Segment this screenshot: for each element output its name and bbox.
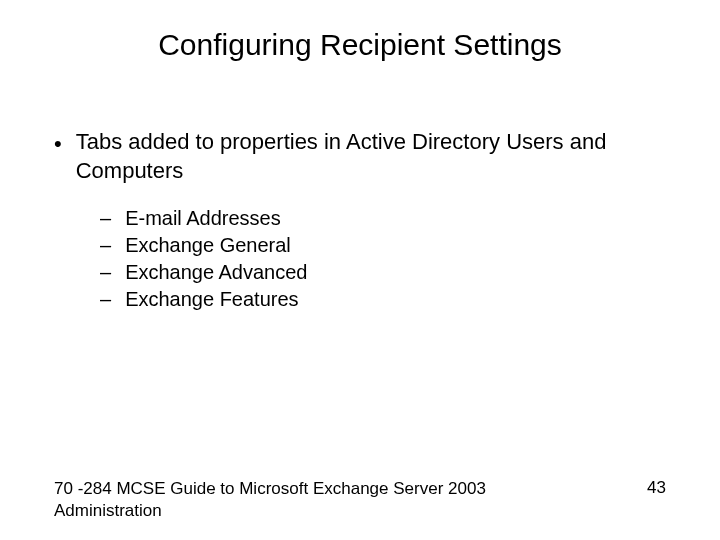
footer: 70 -284 MCSE Guide to Microsoft Exchange… xyxy=(54,478,666,522)
slide-title: Configuring Recipient Settings xyxy=(0,0,720,72)
footer-source: 70 -284 MCSE Guide to Microsoft Exchange… xyxy=(54,478,494,522)
sub-bullet-text: Exchange General xyxy=(125,232,291,259)
dash-marker: – xyxy=(100,259,111,286)
sub-bullet-item: – Exchange Advanced xyxy=(100,259,666,286)
content-area: • Tabs added to properties in Active Dir… xyxy=(0,72,720,313)
sub-bullet-item: – Exchange General xyxy=(100,232,666,259)
dash-marker: – xyxy=(100,232,111,259)
dash-marker: – xyxy=(100,205,111,232)
main-bullet: • Tabs added to properties in Active Dir… xyxy=(54,128,666,185)
sub-bullet-text: E-mail Addresses xyxy=(125,205,281,232)
bullet-marker: • xyxy=(54,130,62,159)
main-bullet-text: Tabs added to properties in Active Direc… xyxy=(76,128,666,185)
sub-bullet-text: Exchange Features xyxy=(125,286,298,313)
sub-bullet-item: – Exchange Features xyxy=(100,286,666,313)
page-number: 43 xyxy=(647,478,666,498)
dash-marker: – xyxy=(100,286,111,313)
sub-bullet-list: – E-mail Addresses – Exchange General – … xyxy=(54,205,666,313)
sub-bullet-text: Exchange Advanced xyxy=(125,259,307,286)
sub-bullet-item: – E-mail Addresses xyxy=(100,205,666,232)
